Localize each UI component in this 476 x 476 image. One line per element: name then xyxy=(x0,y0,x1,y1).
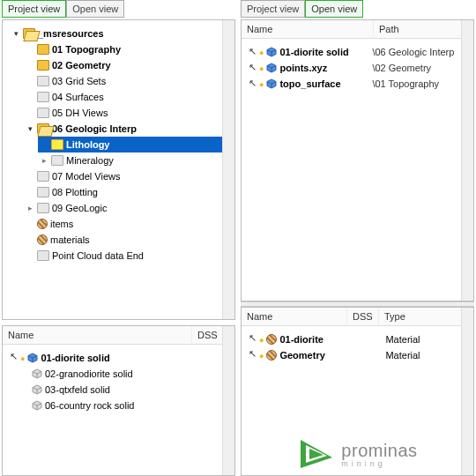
item-label: 02-granodiorite solid xyxy=(45,368,133,379)
col-name[interactable]: Name xyxy=(242,20,374,38)
left-detail-pane: Name DSS 01-diorite solid 02-granodiorit… xyxy=(2,325,235,476)
scrollbar[interactable] xyxy=(461,308,473,476)
cube-icon xyxy=(266,78,277,89)
open-bottom-header: Name DSS Type xyxy=(242,308,473,326)
cube-icon xyxy=(266,63,277,73)
tree-label: 05 DH Views xyxy=(52,108,108,118)
col-path[interactable]: Path xyxy=(374,20,473,38)
open-bottom-pane: Name DSS Type 01-diorite Material Ge xyxy=(241,307,474,477)
tree-item-surfaces[interactable]: 04 Surfaces xyxy=(24,89,231,105)
material-icon xyxy=(266,334,277,345)
folder-icon xyxy=(37,76,49,86)
tree-item-mineralogy[interactable]: Mineralogy xyxy=(38,152,231,168)
chevron-down-icon[interactable] xyxy=(26,124,34,133)
list-item[interactable]: 01-diorite solid xyxy=(6,350,231,366)
tree-label: Lithology xyxy=(66,139,110,150)
col-type[interactable]: Type xyxy=(379,308,473,325)
list-item[interactable]: 03-qtxfeld solid xyxy=(6,382,231,398)
cube-icon xyxy=(32,400,42,411)
detail-list[interactable]: 01-diorite solid 02-granodiorite solid 0… xyxy=(3,345,234,475)
tree-item-topography[interactable]: 01 Topography xyxy=(24,41,231,57)
folder-icon xyxy=(51,139,63,150)
left-tree-pane: _msresources 01 Topography 02 Geometry 0… xyxy=(2,19,235,320)
list-item[interactable]: 01-diorite Material xyxy=(245,331,470,347)
item-path: \01 Topography xyxy=(372,78,439,89)
cursor-icon xyxy=(249,349,257,361)
scrollbar[interactable] xyxy=(222,20,234,319)
item-label: 01-diorite solid xyxy=(279,47,369,57)
open-bottom-list[interactable]: 01-diorite Material Geometry Material xyxy=(242,326,473,476)
tab-project-view[interactable]: Project view xyxy=(241,0,305,18)
tree-item-geologic[interactable]: 09 GeoLogic xyxy=(24,200,231,216)
tree-item-plotting[interactable]: 08 Plotting xyxy=(24,184,231,200)
tree-item-lithology[interactable]: Lithology xyxy=(38,137,231,152)
item-label: points.xyz xyxy=(279,63,369,73)
bulb-icon xyxy=(259,334,264,345)
tree-item-items[interactable]: items xyxy=(24,216,231,232)
tab-open-view[interactable]: Open view xyxy=(66,0,124,18)
barrel-icon xyxy=(37,234,48,245)
folder-icon xyxy=(37,92,49,102)
tree-item-materials[interactable]: materials xyxy=(24,232,231,248)
left-column: Project view Open view _msresources 01 T… xyxy=(2,0,235,476)
item-label: 06-country rock solid xyxy=(45,400,135,411)
cube-icon xyxy=(266,47,277,57)
project-tree[interactable]: _msresources 01 Topography 02 Geometry 0… xyxy=(3,20,234,319)
tree-item-modelviews[interactable]: 07 Model Views xyxy=(24,168,231,184)
item-label: 01-diorite xyxy=(279,334,348,345)
right-tabs: Project view Open view xyxy=(241,0,474,18)
list-item[interactable]: 01-diorite solid \06 Geologic Interp xyxy=(245,44,470,60)
folder-icon xyxy=(37,203,49,213)
folder-icon xyxy=(37,250,49,261)
scrollbar[interactable] xyxy=(461,20,473,301)
list-item[interactable]: topo_surface \01 Topography xyxy=(245,76,470,92)
list-item[interactable]: Geometry Material xyxy=(245,347,470,363)
cursor-icon xyxy=(10,352,18,363)
open-top-pane: Name Path 01-diorite solid \06 Geologic … xyxy=(241,19,474,301)
bulb-icon xyxy=(259,47,264,57)
cursor-icon xyxy=(249,47,257,58)
tree-label: materials xyxy=(50,234,90,245)
tree-item-dhviews[interactable]: 05 DH Views xyxy=(24,105,231,121)
cursor-icon xyxy=(249,78,257,90)
list-item[interactable]: 02-granodiorite solid xyxy=(6,366,231,382)
list-item[interactable]: points.xyz \02 Geometry xyxy=(245,60,470,76)
chevron-down-icon[interactable] xyxy=(11,29,20,38)
bulb-icon xyxy=(259,350,264,361)
chevron-right-icon[interactable] xyxy=(40,156,48,165)
item-label: Geometry xyxy=(279,350,348,361)
bulb-icon xyxy=(259,78,264,89)
chevron-right-icon[interactable] xyxy=(26,204,34,212)
cube-icon xyxy=(32,384,42,395)
bulb-icon xyxy=(259,63,264,73)
tree-label: 04 Surfaces xyxy=(52,92,104,102)
cube-icon xyxy=(27,353,38,363)
list-item[interactable]: 06-country rock solid xyxy=(6,398,231,413)
tree-item-geometry[interactable]: 02 Geometry xyxy=(24,57,231,73)
item-label: 03-qtxfeld solid xyxy=(45,384,110,395)
col-name[interactable]: Name xyxy=(3,326,192,344)
folder-icon xyxy=(37,108,49,118)
tree-label: 09 GeoLogic xyxy=(52,203,107,213)
tree-item-geologic-interp[interactable]: 06 Geologic Interp xyxy=(24,121,231,137)
tree-label: 01 Topography xyxy=(52,44,121,55)
folder-icon xyxy=(37,44,49,55)
material-icon xyxy=(266,350,277,361)
tree-label: 02 Geometry xyxy=(52,60,111,71)
folder-icon xyxy=(37,123,49,134)
open-top-list[interactable]: 01-diorite solid \06 Geologic Interp poi… xyxy=(242,39,473,301)
cursor-icon xyxy=(249,333,257,345)
tree-root[interactable]: _msresources xyxy=(10,26,231,41)
tab-open-view[interactable]: Open view xyxy=(305,0,363,18)
col-dss[interactable]: DSS xyxy=(347,308,379,325)
scrollbar[interactable] xyxy=(222,326,234,475)
tree-item-pointcloud[interactable]: Point Cloud data End xyxy=(24,248,231,264)
item-path: \06 Geologic Interp xyxy=(372,47,454,57)
tree-item-gridsets[interactable]: 03 Grid Sets xyxy=(24,73,231,89)
barrel-icon xyxy=(37,219,48,229)
tab-project-view[interactable]: Project view xyxy=(2,0,66,18)
col-name[interactable]: Name xyxy=(242,308,347,325)
item-type: Material xyxy=(385,334,420,345)
tree-label: Point Cloud data End xyxy=(52,250,144,261)
cube-icon xyxy=(32,368,42,379)
